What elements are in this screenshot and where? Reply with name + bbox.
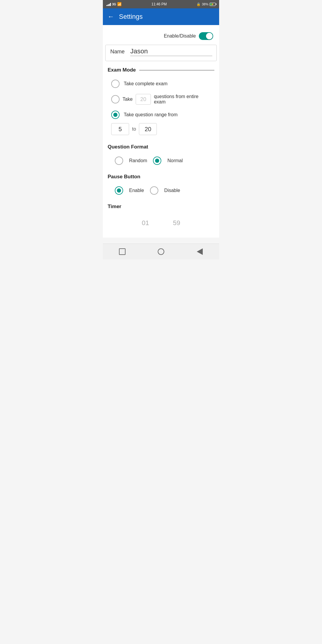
range-label: Take question range from [124, 112, 178, 117]
circle-icon [158, 248, 164, 255]
status-bar: 3G 📶 11:46 PM 🔒 38% ⚡ [103, 0, 219, 8]
radio-option-range[interactable]: Take question range from 5 to 20 [103, 108, 219, 138]
radio-inner-range [113, 113, 117, 117]
exam-mode-title: Exam Mode [108, 67, 136, 73]
take-label: Take [123, 97, 133, 102]
wifi-icon: 📶 [117, 2, 122, 6]
enable-disable-row: Enable/Disable [103, 30, 219, 45]
disable-label: Disable [164, 188, 180, 193]
lock-icon: 🔒 [196, 2, 201, 6]
range-from-box[interactable]: 5 [111, 123, 129, 135]
back-button[interactable]: ← [108, 13, 114, 21]
radio-circle-questions[interactable] [111, 95, 120, 103]
toggle-thumb [206, 33, 213, 39]
radio-enable[interactable] [115, 186, 123, 195]
question-format-title: Question Format [108, 144, 148, 150]
timer-header: Timer [103, 198, 219, 213]
network-badge: 3G [112, 3, 116, 6]
radio-random[interactable] [115, 157, 123, 165]
status-time: 11:46 PM [151, 2, 167, 6]
normal-label: Normal [167, 158, 183, 163]
triangle-icon [197, 248, 203, 255]
battery-percent: 38% [202, 2, 208, 6]
range-to-box[interactable]: 20 [139, 123, 157, 135]
radio-option-complete[interactable]: Take complete exam [103, 77, 219, 91]
questions-count-box[interactable]: 20 [136, 94, 151, 105]
radio-inner-normal [155, 159, 159, 163]
name-row: Name [105, 45, 217, 61]
nav-back-button[interactable] [196, 247, 204, 256]
questions-from-label: questions from entire exam [154, 94, 211, 105]
exam-mode-divider [139, 70, 214, 70]
nav-home-button[interactable] [157, 247, 165, 256]
pause-button-title: Pause Button [108, 174, 140, 180]
radio-normal[interactable] [153, 157, 161, 165]
radio-label-complete: Take complete exam [124, 81, 168, 86]
square-icon [119, 248, 126, 255]
radio-circle-range[interactable] [111, 111, 120, 119]
radio-disable[interactable] [150, 186, 158, 195]
timer-col1: 01 [142, 219, 149, 227]
signal-icon [106, 2, 111, 6]
battery-icon: ⚡ [210, 3, 216, 6]
timer-display: 01 59 [103, 213, 219, 233]
radio-option-questions[interactable]: Take 20 questions from entire exam [103, 91, 219, 108]
radio-circle-complete[interactable] [111, 80, 120, 88]
random-label: Random [129, 158, 147, 163]
app-bar: ← Settings [103, 8, 219, 25]
name-input[interactable] [130, 47, 212, 56]
format-options: Random Normal [103, 154, 219, 168]
nav-bar [103, 244, 219, 259]
question-format-header: Question Format [103, 138, 219, 154]
status-right: 🔒 38% ⚡ [196, 2, 216, 6]
enable-disable-label: Enable/Disable [164, 33, 196, 39]
range-to-label: to [132, 126, 136, 132]
status-left: 3G 📶 [106, 2, 122, 6]
timer-title: Timer [108, 204, 121, 210]
radio-inner-enable [117, 188, 121, 193]
main-content: Enable/Disable Name Exam Mode Take compl… [103, 25, 219, 238]
nav-recent-button[interactable] [118, 247, 126, 256]
pause-button-header: Pause Button [103, 168, 219, 183]
range-inputs: 5 to 20 [111, 123, 157, 135]
name-label: Name [110, 49, 127, 55]
pause-options: Enable Disable [103, 183, 219, 198]
enable-disable-toggle[interactable] [199, 32, 213, 40]
page-title: Settings [119, 13, 143, 21]
timer-col2: 59 [173, 219, 180, 227]
enable-label: Enable [129, 188, 144, 193]
exam-mode-header: Exam Mode [103, 61, 219, 77]
